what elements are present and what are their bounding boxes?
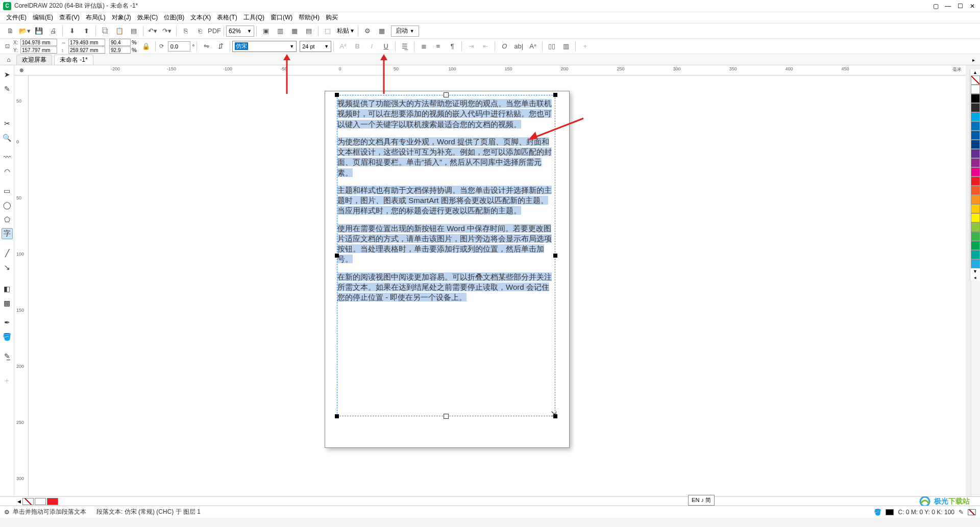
print-icon[interactable]: 🖨 [47,25,59,37]
pos-y-input[interactable]: 157.797 mm [20,46,57,54]
swatch-14[interactable] [971,213,980,222]
text-align-icon[interactable]: ☰̲ [399,40,411,53]
show-guides-icon[interactable]: ▤ [303,25,315,37]
drawing-canvas[interactable]: ⇲ 视频提供了功能强大的方法帮助您证明您的观点。当您单击联机视频时，可以在想要添… [29,76,966,514]
swatch-1[interactable] [971,94,980,103]
doc-swatch-white[interactable] [35,498,46,505]
menu-edit[interactable]: 编辑(E) [30,12,56,23]
copy-icon[interactable]: ⿻ [99,25,111,37]
parallel-dim-icon[interactable]: ╱ [2,247,13,259]
menu-bitmap[interactable]: 位图(B) [161,12,187,23]
swatch-18[interactable] [971,250,980,259]
text-overflow-icon[interactable]: ⇲ [551,410,557,418]
pos-x-input[interactable]: 104.978 mm [20,39,57,46]
text-flow-out-handle[interactable] [444,414,449,419]
rectangle-tool-icon[interactable]: ▭ [2,185,13,196]
menu-window[interactable]: 窗口(W) [267,12,296,23]
align-right-to-icon[interactable]: ⎗ [194,25,206,37]
status-options-icon[interactable]: ⚙ [4,509,10,516]
text-flow-in-handle[interactable] [444,92,449,97]
italic-icon[interactable]: I [365,40,378,53]
handle-mid-right[interactable] [553,254,557,258]
palette-up-icon[interactable]: ▲ [970,69,980,76]
outline-indicator-icon[interactable]: ✎ [959,509,964,516]
bold-icon[interactable]: B [351,40,363,53]
clip1-icon[interactable]: ▤ [128,25,140,37]
text-tool-icon[interactable]: 字 [2,228,13,239]
outline-icon[interactable]: ✎̲ [2,350,13,362]
object-origin-icon[interactable]: ⊡ [3,42,11,51]
pick-tool-icon[interactable]: ➤ [2,69,13,80]
font-family-combo[interactable]: 仿宋 ▼ [232,41,297,52]
swatch-4[interactable] [971,121,980,131]
redo-icon[interactable]: ↷▾ [161,25,173,37]
fill-indicator-icon[interactable]: 🪣 [874,509,881,516]
indent-inc-icon[interactable]: ⇥ [465,40,477,53]
ime-indicator[interactable]: EN ♪ 简 [688,495,715,506]
swatch-5[interactable] [971,131,980,140]
palette-down-icon[interactable]: ▼ [970,268,980,274]
minimize-icon[interactable]: — [943,2,952,11]
ellipse-tool-icon[interactable]: ◯ [2,199,13,211]
crop-tool-icon[interactable]: ✂ [2,118,13,129]
font-style-o-icon[interactable]: O [498,40,510,53]
fill-icon[interactable]: 🪣 [2,331,13,342]
fill-swatch[interactable] [886,509,894,515]
swatch-10[interactable] [971,177,980,186]
paragraph-text-frame[interactable]: ⇲ 视频提供了功能强大的方法帮助您证明您的观点。当您单击联机视频时，可以在想要添… [337,95,555,416]
menu-text[interactable]: 文本(X) [187,12,214,23]
handle-top-right[interactable] [553,93,557,97]
import-icon[interactable]: ⬇ [66,25,78,37]
font-size-combo[interactable]: 24 pt ▼ [300,41,331,52]
zoom-tool-icon[interactable]: 🔍 [2,132,13,143]
lock-ratio-icon[interactable]: 🔒 [140,40,152,53]
polygon-tool-icon[interactable]: ⬠ [2,214,13,225]
handle-mid-left[interactable] [335,254,339,258]
show-grid-icon[interactable]: ▦ [288,25,301,37]
vertical-ruler[interactable]: 50 0 50 100 150 200 250 300 [14,76,29,514]
swatch-0[interactable] [971,85,980,94]
swatch-11[interactable] [971,186,980,195]
snap-icon[interactable]: ⬚ [322,25,334,37]
menu-effect[interactable]: 效果(C) [134,12,161,23]
launch-dropdown[interactable]: 启动 ▼ [391,26,419,37]
save-icon[interactable]: 💾 [33,25,45,37]
horizontal-ruler[interactable]: 毫米 -200 -150 -100 -50 0 50 100 150 200 2… [29,65,966,76]
swatch-none[interactable] [971,76,980,85]
pdf-icon[interactable]: PDF [208,25,220,37]
swatch-9[interactable] [971,167,980,177]
fullscreen-icon[interactable]: ▣ [260,25,272,37]
swatch-16[interactable] [971,232,980,241]
swatch-17[interactable] [971,241,980,250]
ruler-origin-icon[interactable]: ⊕ [14,65,29,76]
outline-swatch[interactable] [968,509,976,515]
close-icon[interactable]: ✕ [968,2,977,11]
text-edit-icon[interactable]: ab| [512,40,525,53]
align-left-to-icon[interactable]: ⎘ [180,25,192,37]
mirror-v-icon[interactable]: ⇵ [214,40,227,53]
dropcap-icon[interactable]: ¶ [446,40,458,53]
panel-toggle-icon[interactable]: ▢ [931,2,940,11]
launcher-icon[interactable]: ▦ [376,25,388,37]
menu-object[interactable]: 对象(J) [109,12,134,23]
artistic-media-icon[interactable]: ◠ [2,166,13,177]
text-style-icon[interactable]: Aª [337,40,349,53]
maximize-icon[interactable]: ☐ [955,2,965,11]
export-icon[interactable]: ⬆ [80,25,92,37]
swatch-13[interactable] [971,204,980,213]
tab-welcome[interactable]: 欢迎屏幕 [16,55,52,65]
scale-x-input[interactable]: 90.4 [109,39,131,46]
underline-icon[interactable]: U [380,40,392,53]
transparency-icon[interactable]: ▩ [2,297,13,309]
handle-bottom-left[interactable] [335,414,339,418]
swatch-7[interactable] [971,149,980,158]
width-input[interactable]: 179.493 mm [68,39,105,46]
doc-swatch-none[interactable] [22,498,34,505]
height-input[interactable]: 259.927 mm [68,46,105,54]
add-tool-icon[interactable]: + [2,375,13,386]
menu-view[interactable]: 查看(V) [56,12,83,23]
home-tab-icon[interactable]: ⌂ [3,55,14,65]
new-icon[interactable]: 🗎 [4,25,16,37]
swatch-8[interactable] [971,158,980,167]
char-format-icon[interactable]: Aᵃ [527,40,539,53]
